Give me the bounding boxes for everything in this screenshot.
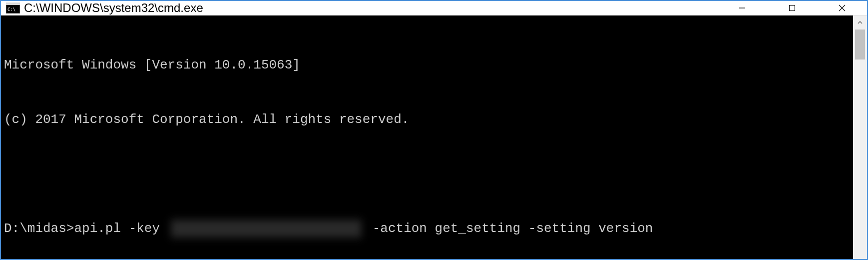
svg-rect-1 (6, 2, 20, 5)
terminal-output[interactable]: Microsoft Windows [Version 10.0.15063] (… (1, 16, 853, 260)
terminal-blank (4, 165, 853, 183)
prompt: D:\midas> (4, 220, 74, 238)
titlebar[interactable]: C:\ C:\WINDOWS\system32\cmd.exe (1, 1, 867, 16)
scroll-thumb[interactable] (855, 30, 865, 60)
command-post: -action get_setting -setting version (365, 220, 653, 238)
svg-rect-4 (790, 6, 795, 11)
minimize-button[interactable] (717, 1, 767, 15)
content-area: Microsoft Windows [Version 10.0.15063] (… (1, 16, 867, 260)
vertical-scrollbar[interactable] (853, 16, 867, 260)
close-button[interactable] (817, 1, 867, 15)
terminal-line: (c) 2017 Microsoft Corporation. All righ… (4, 110, 853, 128)
maximize-button[interactable] (767, 1, 817, 15)
window-title: C:\WINDOWS\system32\cmd.exe (24, 1, 717, 15)
svg-text:C:\: C:\ (7, 7, 15, 12)
scroll-up-arrow-icon[interactable] (853, 16, 867, 30)
cmd-icon: C:\ (6, 2, 20, 14)
terminal-line: Microsoft Windows [Version 10.0.15063] (4, 56, 853, 74)
command-pre: api.pl -key (74, 220, 167, 238)
terminal-command-line: D:\midas>api.pl -key xxxxxxxxxxxxxxxxxxx… (4, 220, 853, 238)
window-controls (717, 1, 867, 15)
scroll-track[interactable] (853, 30, 867, 260)
redacted-key: xxxxxxxxxxxxxxxxxxxxxxxx (171, 220, 362, 238)
